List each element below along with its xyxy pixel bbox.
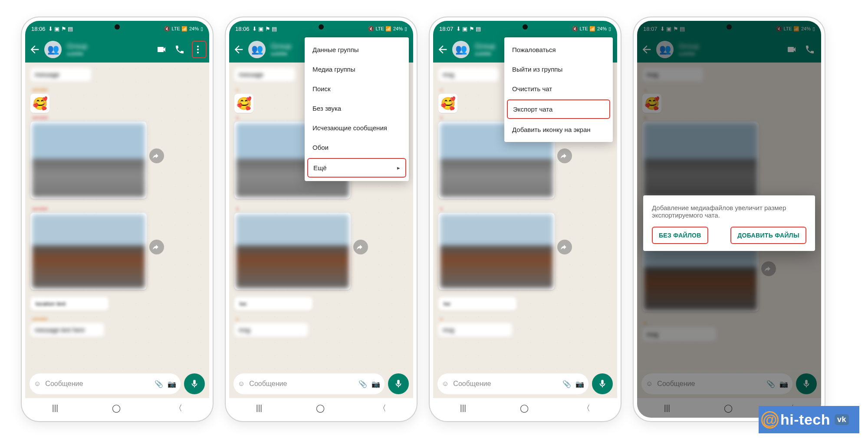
voice-call-icon[interactable] (805, 44, 815, 55)
back-icon[interactable] (233, 43, 245, 56)
forward-icon[interactable] (557, 148, 572, 163)
back-icon[interactable] (437, 43, 449, 56)
menu-item-exit-group[interactable]: Выйти из группы (504, 59, 613, 79)
voice-record-button[interactable] (388, 373, 409, 394)
menu-item-export-chat[interactable]: Экспорт чата (507, 99, 610, 119)
phone-4: 18:07 ⬇ ▣ ⚑ ▤ 🔇 LTE 📶 24% ▯ 👥 Group subt… (634, 17, 825, 421)
status-icons-right: 🔇 LTE 📶 (572, 26, 595, 32)
menu-item-group-info[interactable]: Данные группы (305, 40, 409, 59)
image-message[interactable] (30, 122, 147, 199)
emoji-picker-icon[interactable]: ☺ (34, 380, 41, 388)
emoji-picker-icon[interactable]: ☺ (238, 380, 245, 388)
nav-home-icon[interactable]: ◯ (316, 403, 325, 413)
message-input[interactable]: ☺ Сообщение 📎 📷 (233, 373, 385, 394)
chat-input-bar: ☺ Сообщение 📎 📷 (229, 370, 413, 398)
menu-item-add-shortcut[interactable]: Добавить иконку на экран (504, 120, 613, 139)
forward-icon[interactable] (149, 148, 164, 163)
options-submenu: Пожаловаться Выйти из группы Очистить ча… (504, 37, 613, 142)
camera-icon[interactable]: 📷 (372, 380, 380, 388)
forward-icon[interactable] (557, 240, 572, 254)
video-call-icon[interactable] (786, 44, 797, 55)
camera-icon[interactable]: 📷 (168, 380, 176, 388)
nav-recents-icon[interactable]: ||| (664, 403, 670, 412)
voice-record-button[interactable] (592, 373, 613, 394)
group-avatar[interactable]: 👥 (44, 41, 62, 58)
emoji-message: 🥰 (30, 94, 49, 113)
forward-icon[interactable] (761, 261, 776, 276)
options-menu: Данные группы Медиа группы Поиск Без зву… (305, 37, 409, 181)
camera-icon[interactable]: 📷 (575, 380, 584, 388)
watermark-text: hi-tech (780, 411, 830, 428)
group-avatar[interactable]: 👥 (452, 41, 470, 58)
input-placeholder: Сообщение (453, 380, 558, 388)
status-icons-left: ⬇ ▣ ⚑ ▤ (48, 26, 73, 32)
android-nav-bar: ||| ◯ 〈 (229, 398, 413, 418)
chat-input-bar: ☺ Сообщение 📎 📷 (433, 370, 617, 398)
chat-input-bar: ☺ Сообщение 📎 📷 (25, 370, 209, 398)
forward-icon[interactable] (353, 240, 368, 254)
emoji-picker-icon[interactable]: ☺ (646, 380, 653, 388)
menu-item-wallpaper[interactable]: Обои (305, 138, 409, 157)
attach-icon[interactable]: 📎 (358, 380, 367, 388)
menu-item-disappearing[interactable]: Исчезающие сообщения (305, 118, 409, 138)
status-icons-right: 🔇 LTE 📶 (368, 26, 391, 32)
dialog-add-files-button[interactable]: ДОБАВИТЬ ФАЙЛЫ (730, 227, 806, 244)
chat-body[interactable]: message sender 🥰 sender sender (25, 63, 209, 370)
chat-input-bar: ☺ Сообщение 📎 📷 (637, 370, 821, 398)
chat-header: 👥 Group subtitle (637, 36, 821, 63)
menu-item-mute[interactable]: Без звука (305, 99, 409, 118)
back-icon[interactable] (29, 43, 41, 56)
battery-icon: ▯ (812, 26, 815, 32)
battery-icon: ▯ (201, 26, 203, 32)
battery-text: 24% (393, 26, 403, 31)
message-input[interactable]: ☺ Сообщение 📎 📷 (437, 373, 589, 394)
nav-home-icon[interactable]: ◯ (724, 403, 733, 413)
image-message[interactable] (30, 213, 147, 290)
menu-item-search[interactable]: Поиск (305, 79, 409, 99)
back-icon[interactable] (641, 43, 653, 56)
attach-icon[interactable]: 📎 (562, 380, 571, 388)
android-nav-bar: ||| ◯ 〈 (433, 398, 617, 418)
svg-point-2 (197, 52, 199, 53)
vk-icon: vk (835, 414, 849, 425)
video-call-icon[interactable] (156, 44, 167, 55)
attach-icon[interactable]: 📎 (766, 380, 775, 388)
menu-item-group-media[interactable]: Медиа группы (305, 59, 409, 79)
menu-item-report[interactable]: Пожаловаться (504, 40, 613, 59)
nav-back-icon[interactable]: 〈 (378, 403, 386, 413)
voice-record-button[interactable] (796, 373, 817, 394)
input-placeholder: Сообщение (657, 380, 762, 388)
nav-home-icon[interactable]: ◯ (112, 403, 121, 413)
camera-icon[interactable]: 📷 (779, 380, 788, 388)
status-icons-right: 🔇 LTE 📶 (776, 26, 799, 32)
android-nav-bar: ||| ◯ 〈 (25, 398, 209, 418)
group-avatar[interactable]: 👥 (656, 41, 674, 58)
chat-title[interactable]: Group subtitle (677, 42, 783, 57)
nav-recents-icon[interactable]: ||| (52, 403, 58, 412)
group-avatar[interactable]: 👥 (248, 41, 266, 58)
chevron-right-icon: ▸ (397, 165, 400, 171)
voice-record-button[interactable] (184, 373, 205, 394)
export-dialog: Добавление медиафайлов увеличит размер э… (643, 195, 815, 251)
chat-title[interactable]: Group subtitle (65, 42, 153, 57)
dialog-message: Добавление медиафайлов увеличит размер э… (652, 204, 806, 219)
message-input[interactable]: ☺ Сообщение 📎 📷 (30, 373, 181, 394)
menu-item-more[interactable]: Ещё ▸ (307, 158, 406, 178)
dialog-without-files-button[interactable]: БЕЗ ФАЙЛОВ (652, 227, 708, 244)
nav-recents-icon[interactable]: ||| (256, 403, 262, 412)
nav-recents-icon[interactable]: ||| (460, 403, 466, 412)
voice-call-icon[interactable] (174, 44, 185, 55)
chat-header: 👥 Group subtitle (25, 36, 209, 63)
nav-back-icon[interactable]: 〈 (174, 403, 182, 413)
forward-icon[interactable] (149, 240, 164, 254)
attach-icon[interactable]: 📎 (155, 380, 163, 388)
input-placeholder: Сообщение (249, 380, 354, 388)
message-input[interactable]: ☺ Сообщение 📎 📷 (641, 373, 792, 394)
nav-home-icon[interactable]: ◯ (520, 403, 529, 413)
nav-back-icon[interactable]: 〈 (582, 403, 590, 413)
menu-item-clear-chat[interactable]: Очистить чат (504, 79, 613, 99)
front-camera (115, 24, 120, 30)
phone-3: 18:07 ⬇ ▣ ⚑ ▤ 🔇 LTE 📶 24% ▯ 👥 Group subt… (430, 17, 621, 421)
more-options-icon[interactable] (193, 44, 203, 55)
emoji-picker-icon[interactable]: ☺ (442, 380, 449, 388)
